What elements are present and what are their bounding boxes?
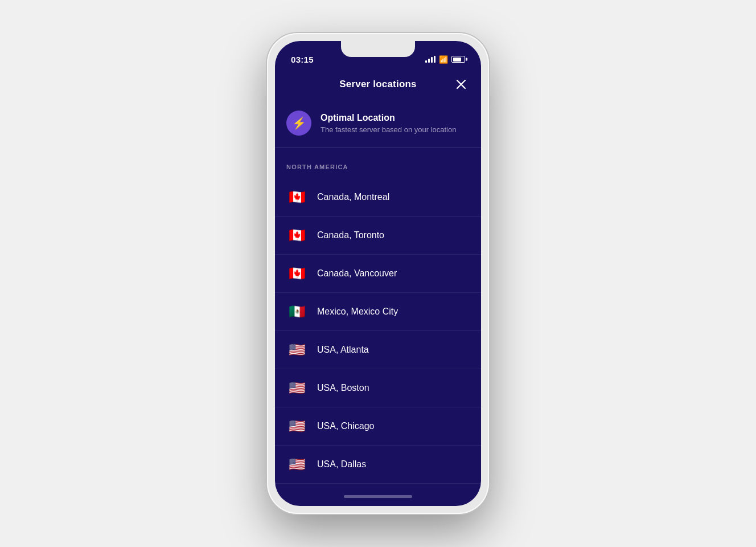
location-name: USA, Chicago bbox=[317, 421, 375, 431]
phone-wrapper: 03:15 📶 Server locations bbox=[267, 33, 489, 514]
optimal-title: Optimal Location bbox=[321, 113, 456, 123]
list-item[interactable]: 🇨🇦 Canada, Montreal bbox=[275, 178, 481, 217]
location-name: Canada, Toronto bbox=[317, 230, 384, 240]
optimal-icon: ⚡ bbox=[286, 111, 311, 136]
list-item[interactable]: 🇺🇸 USA, Dallas bbox=[275, 446, 481, 484]
phone-screen: 03:15 📶 Server locations bbox=[275, 41, 481, 506]
north-america-section-header: NORTH AMERICA bbox=[275, 148, 481, 178]
home-bar bbox=[344, 495, 412, 498]
list-item[interactable]: 🇺🇸 USA, Chicago bbox=[275, 407, 481, 446]
optimal-subtitle: The fastest server based on your locatio… bbox=[321, 125, 456, 134]
close-icon bbox=[456, 79, 466, 89]
list-item[interactable]: 🇺🇸 USA, Boston bbox=[275, 369, 481, 407]
location-name: USA, Atlanta bbox=[317, 345, 369, 354]
location-name: USA, Boston bbox=[317, 383, 369, 393]
flag-canada-montreal: 🇨🇦 bbox=[286, 186, 308, 208]
app-header: Server locations bbox=[275, 70, 481, 99]
section-label-north-america: NORTH AMERICA bbox=[286, 164, 348, 170]
status-icons: 📶 bbox=[425, 55, 465, 64]
list-item[interactable]: 🇺🇸 USA, Atlanta bbox=[275, 331, 481, 369]
flag-usa-boston: 🇺🇸 bbox=[286, 377, 308, 399]
flag-usa-chicago: 🇺🇸 bbox=[286, 415, 308, 437]
flag-canada-toronto: 🇨🇦 bbox=[286, 224, 308, 246]
location-name: Mexico, Mexico City bbox=[317, 307, 398, 316]
list-item[interactable]: 🇨🇦 Canada, Toronto bbox=[275, 217, 481, 255]
optimal-text: Optimal Location The fastest server base… bbox=[321, 113, 456, 134]
home-indicator bbox=[275, 487, 481, 506]
close-button[interactable] bbox=[453, 76, 470, 93]
flag-canada-vancouver: 🇨🇦 bbox=[286, 263, 308, 284]
scroll-area[interactable]: ⚡ Optimal Location The fastest server ba… bbox=[275, 99, 481, 487]
location-name: USA, Dallas bbox=[317, 459, 366, 469]
battery-icon bbox=[451, 56, 465, 63]
list-item[interactable]: 🇲🇽 Mexico, Mexico City bbox=[275, 293, 481, 331]
location-name: Canada, Montreal bbox=[317, 192, 389, 202]
wifi-icon: 📶 bbox=[439, 55, 448, 64]
signal-icon bbox=[425, 56, 435, 63]
flag-usa-atlanta: 🇺🇸 bbox=[286, 339, 308, 361]
status-time: 03:15 bbox=[291, 55, 314, 64]
notch bbox=[341, 41, 415, 57]
optimal-location-item[interactable]: ⚡ Optimal Location The fastest server ba… bbox=[275, 99, 481, 148]
app-content: Server locations ⚡ Optimal Location bbox=[275, 70, 481, 506]
flag-usa-dallas: 🇺🇸 bbox=[286, 454, 308, 475]
flag-mexico-city: 🇲🇽 bbox=[286, 301, 308, 323]
bolt-icon: ⚡ bbox=[292, 116, 306, 130]
list-item[interactable]: 🇺🇸 USA, Gotham City Optimized for stream… bbox=[275, 484, 481, 487]
location-name: Canada, Vancouver bbox=[317, 268, 397, 278]
page-title: Server locations bbox=[339, 79, 416, 90]
list-item[interactable]: 🇨🇦 Canada, Vancouver bbox=[275, 255, 481, 293]
